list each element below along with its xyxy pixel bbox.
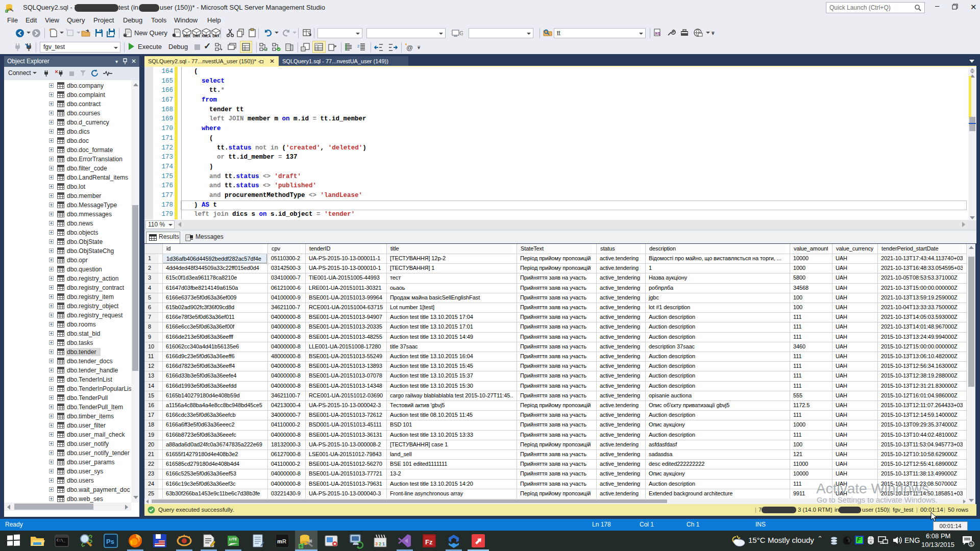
svg-text:Fz: Fz [425,538,433,546]
svg-text:5: 5 [970,542,973,547]
svg-text:LITE: LITE [229,537,237,541]
svg-text:1: 1 [382,541,385,546]
svg-text:@: @ [406,44,413,52]
svg-text:R: R [282,538,286,544]
svg-text:MDX: MDX [183,34,191,38]
svg-text:m: m [277,538,282,544]
svg-text:C:\_: C:\_ [57,538,66,542]
svg-text:2: 2 [357,44,360,48]
svg-text:DMX: DMX [193,34,201,38]
svg-text:DAX: DAX [212,34,219,38]
svg-text:xq: xq [655,31,660,36]
svg-text:Ge: Ge [459,30,463,36]
svg-text:3: 3 [375,541,378,546]
svg-text:2: 2 [379,541,381,546]
svg-text:XMLA: XMLA [202,34,211,38]
svg-text:Ps: Ps [106,538,114,545]
